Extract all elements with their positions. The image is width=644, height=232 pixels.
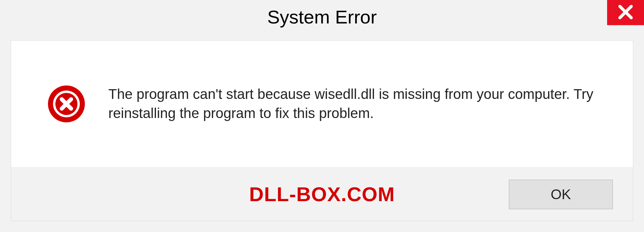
- dialog-content: The program can't start because wisedll.…: [11, 40, 633, 221]
- error-icon: [48, 85, 85, 122]
- error-message: The program can't start because wisedll.…: [108, 85, 603, 123]
- message-area: The program can't start because wisedll.…: [11, 41, 633, 167]
- branding-text: DLL-BOX.COM: [249, 183, 395, 206]
- ok-button[interactable]: OK: [509, 180, 613, 209]
- titlebar: System Error: [0, 0, 644, 34]
- close-button[interactable]: [607, 0, 644, 25]
- window-title: System Error: [267, 6, 377, 28]
- dialog-footer: DLL-BOX.COM OK: [11, 167, 633, 221]
- close-icon: [618, 4, 633, 21]
